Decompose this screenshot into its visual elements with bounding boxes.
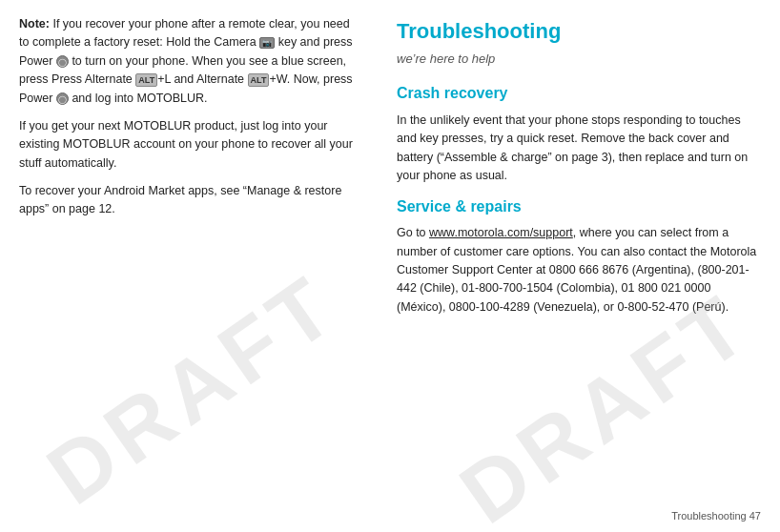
crash-recovery-body: In the unlikely event that your phone st…	[397, 112, 761, 186]
para3: To recover your Android Market apps, see…	[19, 182, 362, 219]
left-panel: DRAFT Note: If you recover your phone af…	[0, 0, 381, 532]
power-icon-2: ◯	[56, 92, 69, 105]
service-body1: Go to	[397, 226, 429, 239]
note-body6: and log into MOTOBLUR.	[69, 92, 208, 105]
note-label: Note:	[19, 17, 50, 31]
footer-right: Troubleshooting 47	[671, 508, 761, 524]
service-repairs-heading: Service & repairs	[397, 195, 761, 219]
note-paragraph: Note: If you recover your phone after a …	[19, 15, 362, 108]
alt-key-1: ALT	[135, 73, 157, 88]
camera-icon: 📷	[259, 37, 275, 49]
service-link[interactable]: www.motorola.com/support	[429, 226, 573, 239]
para2: If you get your next MOTOBLUR product, j…	[19, 117, 362, 173]
alt-key-2: ALT	[248, 73, 270, 88]
page-subtitle: we’re here to help	[397, 50, 761, 69]
right-panel: DRAFT Troubleshooting we’re here to help…	[381, 0, 780, 532]
note-body4: and Alternate	[171, 72, 244, 86]
note-plus1: +L	[157, 72, 171, 86]
note-plus2: +W	[269, 72, 286, 86]
draft-watermark-left: DRAFT	[20, 240, 366, 532]
crash-recovery-heading: Crash recovery	[397, 82, 761, 106]
service-repairs-body: Go to www.motorola.com/support, where yo…	[397, 224, 761, 317]
power-icon-1: ◯	[56, 55, 69, 68]
page-title: Troubleshooting	[397, 15, 761, 48]
